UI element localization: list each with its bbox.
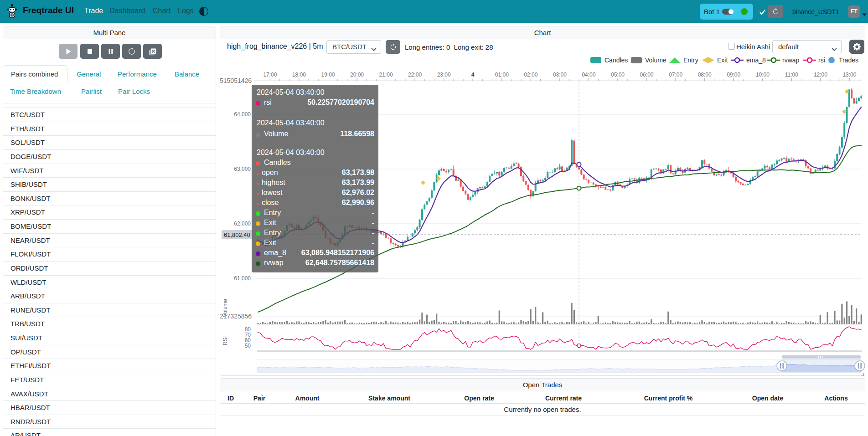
- svg-text:07:00: 07:00: [669, 72, 682, 78]
- svg-text:01:00: 01:00: [495, 72, 509, 78]
- svg-text:63,000: 63,000: [234, 166, 251, 172]
- svg-text:4: 4: [471, 72, 475, 78]
- svg-text:19:00: 19:00: [321, 72, 335, 78]
- svg-text:08:00: 08:00: [698, 72, 712, 78]
- svg-text:05:00: 05:00: [611, 72, 625, 78]
- svg-text:13:00: 13:00: [842, 72, 856, 78]
- svg-text:20:00: 20:00: [350, 72, 364, 78]
- svg-text:23:00: 23:00: [437, 72, 451, 78]
- svg-text:03:00: 03:00: [553, 72, 567, 78]
- svg-text:04:00: 04:00: [582, 72, 595, 78]
- svg-text:64,000: 64,000: [234, 111, 251, 118]
- svg-text:22:00: 22:00: [408, 72, 422, 78]
- svg-text:12:00: 12:00: [814, 72, 827, 78]
- svg-text:06:00: 06:00: [640, 72, 653, 78]
- svg-text:RSI: RSI: [222, 336, 228, 345]
- svg-text:09:00: 09:00: [727, 72, 740, 78]
- svg-text:21:00: 21:00: [379, 72, 393, 78]
- svg-text:62,000: 62,000: [234, 221, 251, 227]
- svg-text:18:00: 18:00: [292, 72, 306, 78]
- svg-text:515051426: 515051426: [220, 77, 252, 84]
- svg-text:50: 50: [245, 343, 251, 349]
- svg-text:Volume: Volume: [222, 299, 228, 317]
- svg-text:10:00: 10:00: [756, 72, 770, 78]
- svg-text:61,000: 61,000: [234, 275, 251, 282]
- svg-text:17:00: 17:00: [263, 72, 277, 78]
- svg-text:11:00: 11:00: [785, 72, 798, 78]
- svg-text:02:00: 02:00: [524, 72, 537, 78]
